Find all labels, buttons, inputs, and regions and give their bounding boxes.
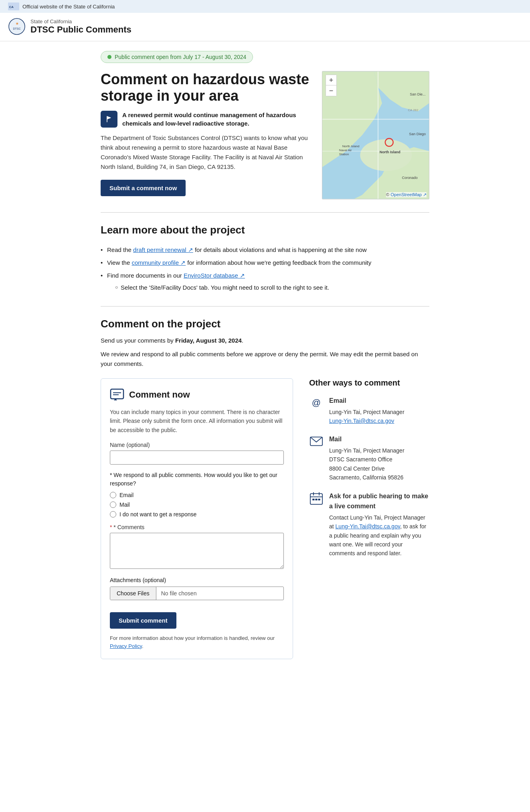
hearing-method-title: Ask for a public hearing to make a live … [329, 491, 429, 512]
list-item: Find more documents in our EnviroStor da… [101, 269, 429, 295]
dtsc-logo-icon: ☀ DTSC [8, 18, 26, 35]
header-text: State of California DTSC Public Comments [30, 18, 131, 35]
radio-no-response-label[interactable]: I do not want to get a response [119, 511, 196, 518]
hearing-method-body: Contact Lung-Yin Tai, Project Manager at… [329, 513, 429, 558]
email-contact-method: @ Email Lung-Yin Tai, Project Manager Lu… [309, 396, 429, 425]
radio-mail-label[interactable]: Mail [119, 501, 130, 508]
name-label: Name (optional) [110, 442, 284, 448]
draft-permit-link[interactable]: draft permit renewal ↗ [133, 246, 193, 253]
other-ways-title: Other ways to comment [309, 378, 429, 388]
openstreetmap-link[interactable]: OpenStreetMap ↗ [390, 192, 427, 197]
svg-text:North Island: North Island [380, 150, 401, 154]
divider-2 [101, 306, 429, 307]
mail-contact-method: Mail Lung-Yin Tai, Project Manager DTSC … [309, 434, 429, 482]
comment-review-text: We review and respond to all public comm… [101, 349, 429, 369]
privacy-note: For more information about how your info… [110, 634, 284, 650]
svg-text:CA: CA [9, 5, 14, 9]
comment-box-header: Comment now [110, 388, 284, 402]
hero-body-text: The Department of Toxic Substances Contr… [101, 133, 312, 172]
submit-comment-button[interactable]: Submit comment [110, 612, 176, 629]
status-dot-icon [107, 55, 111, 59]
mail-city: Sacramento, California 95826 [329, 473, 405, 482]
name-input[interactable] [110, 451, 284, 465]
deadline-date: Friday, August 30, 2024 [175, 337, 242, 344]
svg-rect-33 [315, 498, 317, 500]
comments-field-group: * * Comments [110, 524, 284, 570]
hearing-email-link[interactable]: Lung-Yin.Tai@dtsc.ca.gov [336, 523, 400, 530]
email-link[interactable]: Lung-Yin.Tai@dtsc.ca.gov [329, 418, 394, 424]
map-zoom-out-button[interactable]: − [326, 85, 336, 96]
svg-text:DTSC: DTSC [13, 27, 20, 30]
svg-text:Station: Station [339, 152, 349, 156]
mail-method-content: Mail Lung-Yin Tai, Project Manager DTSC … [329, 434, 405, 482]
status-badge: Public comment open from July 17 - Augus… [101, 51, 253, 63]
name-field-group: Name (optional) [110, 442, 284, 465]
community-profile-link[interactable]: community profile ↗ [131, 259, 186, 266]
comment-deadline-text: Send us your comments by Friday, August … [101, 336, 429, 345]
submit-comment-hero-button[interactable]: Submit a comment now [101, 180, 186, 196]
email-icon: @ [309, 396, 324, 410]
comment-now-box: Comment now You can include many topics … [101, 378, 293, 659]
list-item: View the community profile ↗ for informa… [101, 256, 429, 269]
svg-text:Naval Air: Naval Air [339, 148, 352, 152]
hearing-method-content: Ask for a public hearing to make a live … [329, 491, 429, 558]
hero-description-box: A renewed permit would continue manageme… [101, 111, 312, 128]
svg-text:San Die...: San Die... [410, 92, 425, 96]
svg-rect-23 [111, 389, 123, 399]
map-zoom-controls: + − [326, 75, 337, 96]
site-title: DTSC Public Comments [30, 24, 131, 35]
flag-icon [101, 111, 117, 128]
mail-office: DTSC Sacramento Office [329, 455, 405, 464]
hearing-contact-method: Ask for a public hearing to make a live … [309, 491, 429, 558]
learn-more-section: Learn more about the project Read the dr… [101, 224, 429, 295]
mail-icon [309, 434, 324, 449]
radio-email[interactable] [110, 492, 116, 498]
comments-textarea[interactable] [110, 533, 284, 569]
svg-rect-32 [312, 498, 314, 500]
attachments-group: Attachments (optional) Choose Files No f… [110, 577, 284, 600]
svg-rect-34 [318, 498, 320, 500]
learn-more-list: Read the draft permit renewal ↗ for deta… [101, 244, 429, 295]
other-ways-column: Other ways to comment @ Email Lung-Yin T… [309, 378, 429, 659]
svg-point-2 [9, 18, 25, 35]
hero-title: Comment on hazardous waste storage in yo… [101, 71, 312, 104]
gov-logo-icon: CA [8, 2, 19, 10]
status-badge-text: Public comment open from July 17 - Augus… [115, 54, 246, 60]
privacy-policy-link[interactable]: Privacy Policy [110, 643, 142, 649]
gov-banner: CA Official website of the State of Cali… [0, 0, 530, 13]
comment-form-column: Comment now You can include many topics … [101, 378, 293, 659]
radio-mail[interactable] [110, 501, 116, 508]
site-header: ☀ DTSC State of California DTSC Public C… [0, 13, 530, 41]
hero-map-container: North Island North Island Naval Air Stat… [322, 71, 429, 199]
map: North Island North Island Naval Air Stat… [322, 71, 429, 199]
map-zoom-in-button[interactable]: + [326, 75, 336, 85]
hero-section: Comment on hazardous waste storage in yo… [101, 71, 429, 199]
choose-files-button[interactable]: Choose Files [110, 587, 156, 600]
radio-email-label[interactable]: Email [119, 492, 134, 498]
file-upload-row: Choose Files No file chosen [110, 587, 284, 600]
comment-box-desc: You can include many topics in your comm… [110, 408, 284, 434]
comments-label: * * Comments [110, 524, 284, 530]
state-name: State of California [30, 18, 131, 24]
envirostor-link[interactable]: EnviroStor database ↗ [184, 272, 245, 279]
list-item: Read the draft permit renewal ↗ for deta… [101, 244, 429, 256]
svg-text:San Diego: San Diego [409, 132, 426, 136]
file-name-display: No file chosen [156, 587, 283, 600]
mail-address: 8800 Cal Center Drive [329, 464, 405, 473]
comment-box-title: Comment now [129, 390, 190, 400]
svg-text:North Island: North Island [342, 144, 360, 148]
comment-columns: Comment now You can include many topics … [101, 378, 429, 659]
radio-no-response[interactable] [110, 511, 116, 518]
comment-section: Comment on the project Send us your comm… [101, 318, 429, 659]
divider-1 [101, 212, 429, 213]
response-method-group: * We respond to all public comments. How… [110, 471, 284, 518]
email-method-title: Email [329, 396, 405, 406]
svg-text:Coronado: Coronado [402, 176, 418, 180]
radio-no-response-option: I do not want to get a response [110, 511, 284, 518]
svg-text:☀: ☀ [16, 22, 18, 26]
main-content: Public comment open from July 17 - Augus… [93, 41, 437, 669]
comment-section-title: Comment on the project [101, 318, 429, 330]
learn-more-title: Learn more about the project [101, 224, 429, 236]
hero-description-text: A renewed permit would continue manageme… [122, 111, 312, 128]
response-label: * We respond to all public comments. How… [110, 471, 284, 488]
